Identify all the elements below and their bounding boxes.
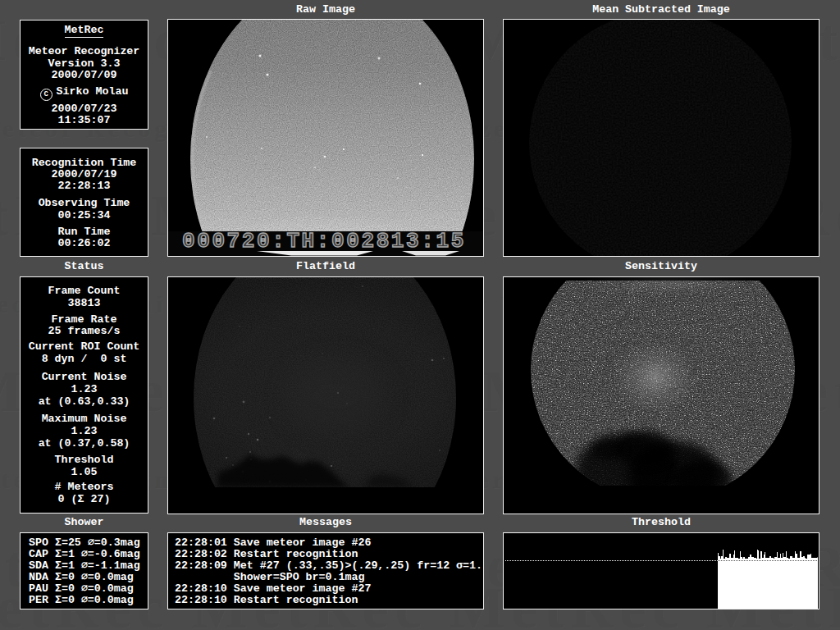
svg-text:000720:TH:002813:15: 000720:TH:002813:15 — [182, 229, 466, 253]
